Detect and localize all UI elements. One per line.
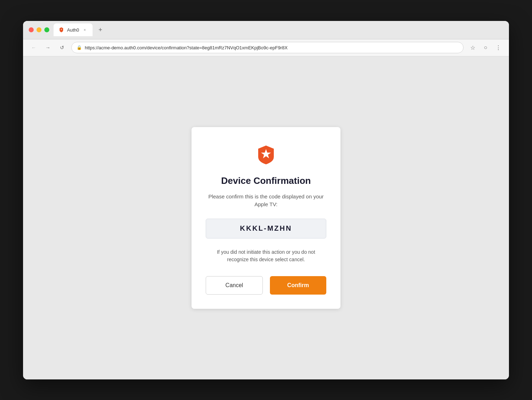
auth0-logo-icon (255, 144, 277, 165)
close-button[interactable] (29, 27, 34, 32)
device-code: KKKL-MZHN (240, 224, 292, 232)
url-bar[interactable]: 🔒 https://acme-demo.auth0.com/device/con… (71, 42, 464, 53)
logo-container (255, 144, 277, 167)
button-row: Cancel Confirm (206, 276, 326, 295)
warning-text: If you did not initiate this action or y… (206, 248, 326, 263)
confirm-button[interactable]: Confirm (270, 276, 326, 295)
tab-favicon-icon (59, 27, 64, 33)
card-title: Device Confirmation (221, 175, 311, 186)
page-content: Device Confirmation Please confirm this … (23, 56, 509, 379)
maximize-button[interactable] (44, 27, 49, 32)
confirmation-card: Device Confirmation Please confirm this … (192, 127, 340, 309)
address-bar: ← → ↺ 🔒 https://acme-demo.auth0.com/devi… (23, 39, 509, 56)
minimize-button[interactable] (37, 27, 41, 32)
address-actions: ☆ ○ ⋮ (468, 43, 503, 53)
device-code-box: KKKL-MZHN (206, 219, 326, 239)
reload-button[interactable]: ↺ (57, 43, 67, 53)
url-text: https://acme-demo.auth0.com/device/confi… (85, 45, 458, 50)
card-description: Please confirm this is the code displaye… (206, 193, 326, 209)
traffic-lights (29, 27, 49, 32)
title-bar: Auth0 × + (23, 21, 509, 39)
back-button[interactable]: ← (29, 43, 39, 53)
forward-button[interactable]: → (43, 43, 53, 53)
bookmark-button[interactable]: ☆ (468, 43, 478, 53)
lock-icon: 🔒 (77, 45, 82, 50)
browser-tab[interactable]: Auth0 × (54, 23, 93, 36)
menu-button[interactable]: ⋮ (493, 43, 503, 53)
account-button[interactable]: ○ (481, 43, 491, 53)
cancel-button[interactable]: Cancel (206, 276, 263, 295)
new-tab-button[interactable]: + (95, 25, 105, 35)
browser-window: Auth0 × + ← → ↺ 🔒 https://acme-demo.auth… (23, 21, 509, 379)
tab-close-button[interactable]: × (82, 27, 88, 33)
tab-area: Auth0 × + (54, 23, 503, 36)
tab-title: Auth0 (67, 27, 79, 33)
